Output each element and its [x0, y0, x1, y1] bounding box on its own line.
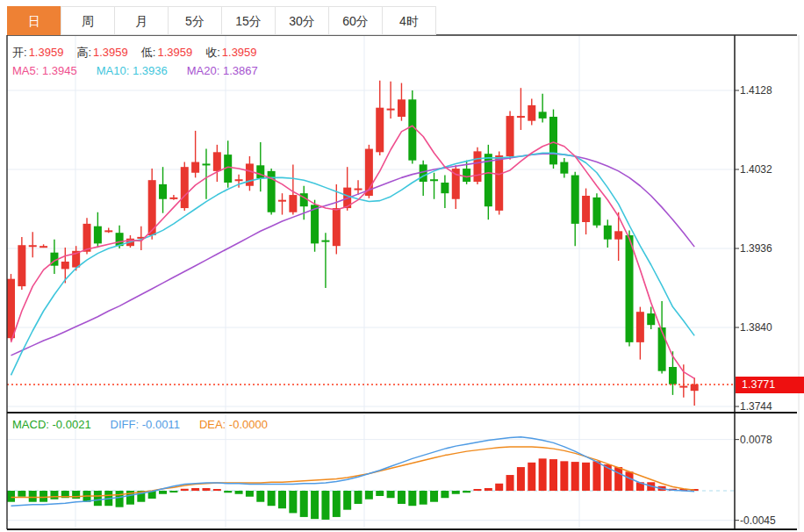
candle-body — [202, 163, 210, 165]
candle-body — [256, 165, 264, 178]
candle-body — [658, 327, 666, 371]
candle-body — [669, 367, 677, 385]
close-value: 收:1.3959 — [205, 45, 256, 61]
macd-bar — [517, 467, 525, 491]
macd-bar — [430, 491, 438, 502]
candle-body — [430, 179, 438, 181]
candle-body — [463, 169, 470, 182]
candle-body — [83, 224, 91, 252]
candle-body — [549, 117, 557, 164]
candle-body — [604, 226, 612, 240]
macd-bar — [398, 491, 406, 504]
candle-body — [61, 262, 69, 269]
macd-bar — [300, 491, 308, 517]
tab-month[interactable]: 月 — [114, 6, 169, 35]
candle-body — [169, 198, 177, 199]
macd-bar — [213, 489, 221, 491]
candle-body — [528, 105, 535, 121]
timeframe-tab-bar: 日 周 月 5分 15分 30分 60分 4时 — [7, 6, 436, 35]
macd-bar — [539, 458, 547, 491]
macd-bar — [420, 491, 427, 505]
macd-bar — [441, 491, 449, 498]
candle-body — [473, 151, 481, 182]
candle-body — [18, 245, 25, 286]
tab-4hour[interactable]: 4时 — [382, 6, 436, 35]
macd-bar — [7, 491, 15, 502]
candle-body — [159, 184, 167, 199]
tab-60min[interactable]: 60分 — [328, 6, 383, 35]
macd-bar — [549, 459, 557, 491]
candle-body — [235, 179, 243, 181]
tab-week[interactable]: 周 — [61, 6, 115, 35]
macd-bar — [376, 491, 384, 496]
price-tick-label: 1.3936 — [740, 242, 772, 255]
dea-line — [11, 447, 695, 498]
candle-body — [191, 162, 199, 173]
macd-bar — [116, 491, 124, 507]
price-tick-label: 1.4032 — [740, 163, 772, 176]
ma-legend: MA5: 1.3945 MA10: 1.3936 MA20: 1.3867 — [12, 64, 258, 77]
candle-body — [539, 111, 547, 119]
candle-body — [679, 386, 687, 388]
macd-legend: MACD: -0.0021 DIFF: -0.0011 DEA: -0.0000 — [12, 418, 268, 431]
macd-bar — [246, 491, 254, 497]
trading-chart-app: 日 周 月 5分 15分 30分 60分 4时 开:1.3959 高:1.395… — [0, 0, 804, 532]
candle-body — [387, 109, 395, 111]
candle-body — [626, 235, 634, 342]
macd-bar — [528, 463, 535, 491]
macd-bar — [289, 491, 297, 513]
macd-bar — [224, 491, 232, 492]
macd-bar — [181, 489, 189, 491]
macd-bar — [29, 491, 37, 502]
macd-tick-label: -0.0045 — [740, 514, 776, 527]
macd-bar — [72, 491, 80, 499]
ma10-line — [11, 153, 695, 375]
macd-bar — [495, 484, 503, 491]
macd-bar — [485, 488, 492, 491]
macd-value: MACD: -0.0021 — [12, 418, 91, 431]
macd-tick-label: 0.0078 — [740, 434, 772, 446]
macd-bar — [268, 491, 276, 506]
tab-5min[interactable]: 5分 — [168, 6, 222, 35]
candle-body — [441, 183, 449, 193]
ma5-line — [11, 126, 695, 378]
tab-30min[interactable]: 30分 — [275, 6, 329, 35]
candle-body — [355, 189, 363, 191]
high-value: 高:1.3959 — [76, 45, 127, 61]
candlestick-chart-canvas[interactable] — [0, 0, 804, 532]
macd-bar — [473, 489, 481, 491]
current-price-badge: 1.3771 — [736, 377, 804, 393]
ma20-value: MA20: 1.3867 — [187, 64, 258, 77]
dea-value: DEA: -0.0000 — [199, 418, 268, 431]
macd-bar — [560, 461, 568, 491]
macd-bar — [18, 491, 25, 497]
candle-body — [29, 245, 37, 247]
macd-bar — [50, 491, 58, 500]
macd-bar — [506, 475, 514, 491]
macd-bar — [169, 491, 177, 492]
tab-15min[interactable]: 15分 — [221, 6, 276, 35]
macd-bar — [94, 491, 102, 506]
candle-body — [94, 226, 102, 244]
macd-bar — [582, 463, 590, 491]
candle-body — [506, 116, 514, 156]
macd-bar — [355, 491, 363, 504]
low-value: 低:1.3959 — [141, 45, 192, 61]
candle-body — [181, 167, 189, 208]
macd-bar — [387, 491, 395, 498]
tab-day[interactable]: 日 — [7, 6, 61, 35]
candle-body — [517, 116, 525, 118]
price-tick-label: 1.3744 — [740, 400, 772, 413]
candle-body — [321, 241, 329, 242]
candle-body — [614, 231, 622, 239]
macd-bar — [571, 462, 579, 491]
candle-body — [246, 163, 254, 185]
macd-bar — [408, 491, 416, 506]
candle-body — [636, 312, 644, 342]
macd-bar — [343, 491, 351, 510]
macd-bar — [463, 491, 470, 492]
macd-bar — [39, 491, 47, 502]
open-value: 开:1.3959 — [12, 45, 63, 61]
macd-bar — [235, 491, 243, 494]
candle-body — [560, 162, 568, 174]
